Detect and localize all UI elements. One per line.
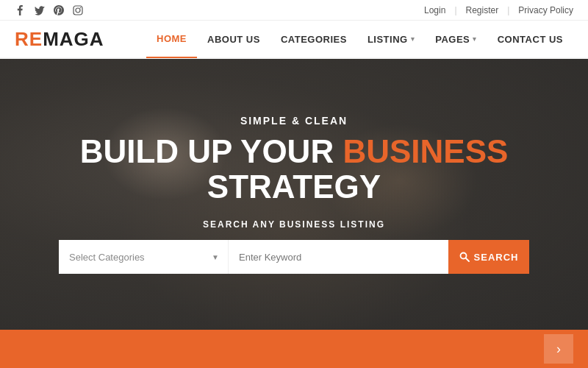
social-links	[15, 4, 84, 16]
nav-menu: HOME ABOUT US CATEGORIES LISTING ▾ PAGES…	[146, 20, 573, 58]
keyword-input[interactable]	[228, 240, 448, 274]
hero-section: SIMPLE & CLEAN BUILD UP YOUR BUSINESS ST…	[0, 59, 588, 330]
svg-point-2	[80, 7, 82, 8]
nav-listing[interactable]: LISTING ▾	[357, 20, 425, 58]
svg-point-3	[460, 253, 466, 259]
bottom-strip: ›	[0, 330, 588, 368]
hero-subtitle: SIMPLE & CLEAN	[59, 115, 529, 127]
listing-dropdown-arrow: ▾	[411, 35, 415, 43]
category-select[interactable]: Select Categories Restaurants Hotels Sho…	[59, 240, 228, 274]
search-btn-label: SEARCH	[474, 252, 519, 263]
bottom-arrow[interactable]: ›	[544, 334, 573, 364]
category-select-wrapper: Select Categories Restaurants Hotels Sho…	[59, 240, 228, 274]
nav-categories[interactable]: CATEGORIES	[270, 20, 357, 58]
navbar: REMAGA HOME ABOUT US CATEGORIES LISTING …	[0, 21, 588, 59]
logo-re: RE	[15, 28, 43, 50]
twitter-icon[interactable]	[34, 4, 46, 16]
hero-content: SIMPLE & CLEAN BUILD UP YOUR BUSINESS ST…	[44, 115, 544, 275]
search-label: SEARCH ANY BUSINESS LISTING	[59, 219, 529, 230]
hero-title-highlight: BUSINESS	[343, 133, 508, 169]
nav-pages[interactable]: PAGES ▾	[425, 20, 487, 58]
logo[interactable]: REMAGA	[15, 28, 104, 51]
svg-rect-0	[74, 6, 82, 15]
login-link[interactable]: Login	[424, 5, 445, 15]
nav-contact[interactable]: CONTACT US	[487, 20, 573, 58]
facebook-icon[interactable]	[15, 4, 26, 16]
hero-title: BUILD UP YOUR BUSINESS STRATEGY	[59, 134, 529, 205]
nav-about[interactable]: ABOUT US	[197, 20, 270, 58]
logo-maga: MAGA	[43, 28, 104, 50]
hero-title-line1: BUILD UP YOUR	[80, 133, 334, 169]
hero-title-line2: STRATEGY	[207, 169, 381, 205]
sep2: |	[507, 5, 509, 15]
register-link[interactable]: Register	[466, 5, 499, 15]
pinterest-icon[interactable]	[53, 4, 65, 16]
top-links: Login | Register | Privacy Policy	[424, 5, 573, 15]
search-btn-icon	[459, 252, 470, 262]
privacy-link[interactable]: Privacy Policy	[518, 5, 573, 15]
search-button[interactable]: SEARCH	[448, 240, 529, 274]
instagram-icon[interactable]	[72, 4, 84, 16]
search-row: Select Categories Restaurants Hotels Sho…	[59, 240, 529, 274]
svg-point-1	[76, 8, 80, 13]
pages-dropdown-arrow: ▾	[473, 35, 477, 43]
nav-home[interactable]: HOME	[146, 20, 197, 58]
sep1: |	[454, 5, 456, 15]
top-bar: Login | Register | Privacy Policy	[0, 0, 588, 21]
svg-line-4	[466, 258, 469, 261]
